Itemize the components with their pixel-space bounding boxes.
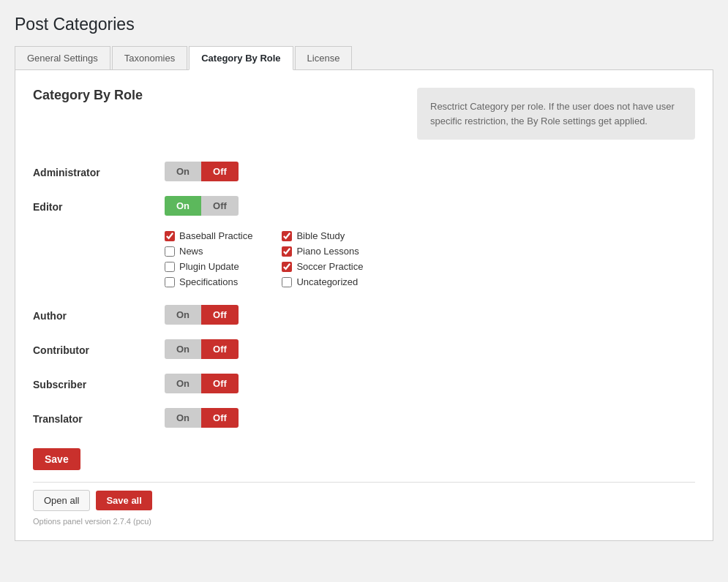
toggle-off-translator[interactable]: Off: [201, 408, 239, 428]
category-col-1: Baseball Practice News Plugin Update Spe…: [165, 230, 252, 287]
role-row-author: Author On Off: [33, 305, 695, 325]
checkbox-input-baseball-practice[interactable]: [165, 231, 175, 241]
version-text: Options panel version 2.7.4 (pcu): [33, 514, 695, 526]
save-all-button[interactable]: Save all: [96, 491, 151, 510]
toggle-author: On Off: [165, 305, 239, 325]
tab-category-by-role[interactable]: Category By Role: [189, 46, 293, 70]
checkbox-input-soccer-practice[interactable]: [282, 262, 292, 272]
checkbox-input-bible-study[interactable]: [282, 231, 292, 241]
checkbox-input-piano-lessons[interactable]: [282, 246, 292, 257]
bottom-bar: Open all Save all: [33, 482, 695, 514]
editor-categories: Baseball Practice News Plugin Update Spe…: [165, 230, 695, 287]
page-title: Post Categories: [15, 15, 713, 34]
checkbox-input-news[interactable]: [165, 246, 175, 257]
toggle-on-author[interactable]: On: [165, 305, 201, 325]
checkbox-input-plugin-update[interactable]: [165, 262, 175, 272]
toggle-on-administrator[interactable]: On: [165, 162, 201, 181]
checkbox-label-specifications: Specifications: [179, 276, 238, 287]
category-col-2: Bible Study Piano Lessons Soccer Practic…: [282, 230, 363, 287]
tab-license[interactable]: License: [295, 46, 353, 69]
checkbox-label-news: News: [179, 246, 203, 257]
checkbox-input-specifications[interactable]: [165, 277, 175, 287]
checkbox-label-plugin-update: Plugin Update: [179, 261, 239, 272]
checkbox-uncategorized[interactable]: Uncategorized: [282, 276, 363, 287]
checkbox-label-soccer-practice: Soccer Practice: [296, 261, 363, 272]
role-label-editor: Editor: [33, 196, 165, 213]
role-label-contributor: Contributor: [33, 339, 165, 356]
role-label-translator: Translator: [33, 408, 165, 425]
toggle-off-administrator[interactable]: Off: [201, 162, 239, 181]
role-row-contributor: Contributor On Off: [33, 339, 695, 359]
checkbox-piano-lessons[interactable]: Piano Lessons: [282, 246, 363, 257]
toggle-off-author[interactable]: Off: [201, 305, 239, 325]
toggle-off-subscriber[interactable]: Off: [201, 374, 239, 393]
checkbox-label-baseball-practice: Baseball Practice: [179, 230, 252, 241]
checkbox-input-uncategorized[interactable]: [282, 277, 292, 287]
checkbox-label-bible-study: Bible Study: [296, 230, 345, 241]
panel-title: Category By Role: [33, 88, 417, 103]
checkbox-label-uncategorized: Uncategorized: [296, 276, 358, 287]
role-label-subscriber: Subscriber: [33, 374, 165, 390]
toggle-off-contributor[interactable]: Off: [201, 339, 239, 359]
tab-taxonomies[interactable]: Taxonomies: [112, 46, 187, 69]
panel-header: Category By Role Resctrict Category per …: [33, 88, 695, 140]
toggle-translator: On Off: [165, 408, 239, 428]
checkbox-bible-study[interactable]: Bible Study: [282, 230, 363, 241]
checkbox-baseball-practice[interactable]: Baseball Practice: [165, 230, 252, 241]
save-button[interactable]: Save: [33, 448, 80, 470]
tab-bar: General Settings Taxonomies Category By …: [15, 46, 713, 70]
toggle-contributor: On Off: [165, 339, 239, 359]
toggle-off-editor[interactable]: Off: [201, 196, 239, 216]
checkbox-plugin-update[interactable]: Plugin Update: [165, 261, 252, 272]
role-label-administrator: Administrator: [33, 162, 165, 178]
checkbox-label-piano-lessons: Piano Lessons: [296, 246, 359, 257]
toggle-editor: On Off: [165, 196, 239, 216]
tab-general-settings[interactable]: General Settings: [15, 46, 110, 69]
toggle-administrator: On Off: [165, 162, 239, 181]
toggle-on-subscriber[interactable]: On: [165, 374, 201, 393]
main-panel: Category By Role Resctrict Category per …: [15, 70, 713, 541]
checkbox-specifications[interactable]: Specifications: [165, 276, 252, 287]
info-box: Resctrict Category per role. If the user…: [417, 88, 695, 140]
role-row-subscriber: Subscriber On Off: [33, 374, 695, 393]
open-all-button[interactable]: Open all: [33, 490, 90, 511]
toggle-on-contributor[interactable]: On: [165, 339, 201, 359]
checkbox-soccer-practice[interactable]: Soccer Practice: [282, 261, 363, 272]
role-row-administrator: Administrator On Off: [33, 162, 695, 181]
role-label-author: Author: [33, 305, 165, 322]
role-row-editor: Editor On Off: [33, 196, 695, 216]
role-row-translator: Translator On Off: [33, 408, 695, 428]
checkbox-news[interactable]: News: [165, 246, 252, 257]
toggle-on-editor[interactable]: On: [165, 196, 201, 216]
toggle-on-translator[interactable]: On: [165, 408, 201, 428]
toggle-subscriber: On Off: [165, 374, 239, 393]
